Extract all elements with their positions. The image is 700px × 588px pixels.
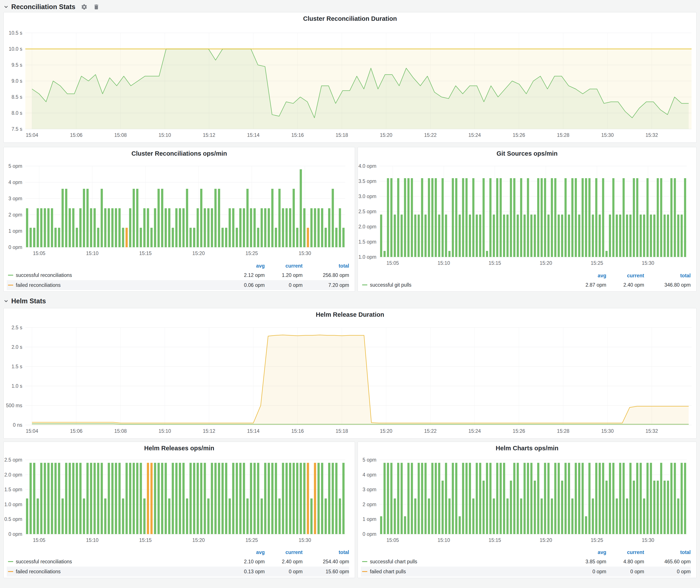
panel-title[interactable]: Helm Releases ops/min bbox=[4, 442, 355, 453]
svg-text:2.5 opm: 2.5 opm bbox=[358, 209, 376, 214]
legend-col-total[interactable]: total bbox=[644, 273, 691, 279]
legend: avg current total successful git pulls 2… bbox=[358, 271, 696, 291]
legend-stat-current: 0 opm bbox=[606, 569, 644, 575]
svg-text:15:18: 15:18 bbox=[336, 428, 348, 434]
svg-text:5 opm: 5 opm bbox=[8, 163, 22, 169]
svg-text:15:05: 15:05 bbox=[33, 250, 45, 256]
panel-title[interactable]: Helm Release Duration bbox=[4, 308, 696, 320]
svg-text:15:05: 15:05 bbox=[33, 537, 45, 543]
legend-col-current[interactable]: current bbox=[606, 273, 644, 279]
svg-text:15:06: 15:06 bbox=[70, 132, 82, 138]
svg-text:0 opm: 0 opm bbox=[8, 531, 22, 537]
legend-label[interactable]: successful git pulls bbox=[370, 282, 568, 288]
series-dash-icon bbox=[8, 561, 13, 562]
series-dash-icon bbox=[362, 561, 367, 562]
legend-col-avg[interactable]: avg bbox=[227, 263, 265, 269]
svg-text:15:30: 15:30 bbox=[642, 260, 654, 266]
chevron-down-icon[interactable] bbox=[3, 299, 9, 304]
svg-text:15:10: 15:10 bbox=[86, 537, 99, 543]
svg-text:15:12: 15:12 bbox=[203, 132, 215, 138]
legend-label[interactable]: successful reconciliations bbox=[16, 272, 227, 278]
svg-text:15:24: 15:24 bbox=[468, 132, 481, 138]
legend-col-avg[interactable]: avg bbox=[568, 549, 606, 555]
legend-label[interactable]: successful chart pulls bbox=[370, 559, 568, 565]
svg-text:15:28: 15:28 bbox=[557, 132, 569, 138]
panel-title[interactable]: Cluster Reconciliation Duration bbox=[4, 12, 696, 24]
legend-row-successful-reconciliations[interactable]: successful reconciliations 2.10 opm 2.40… bbox=[7, 557, 349, 567]
svg-text:15:22: 15:22 bbox=[424, 132, 437, 138]
svg-text:15:25: 15:25 bbox=[591, 537, 603, 543]
trash-icon[interactable] bbox=[93, 4, 100, 10]
gear-icon[interactable] bbox=[81, 4, 87, 10]
legend-col-current[interactable]: current bbox=[606, 549, 644, 555]
svg-text:15:30: 15:30 bbox=[601, 428, 614, 434]
helm-charts-chart[interactable]: 0 opm1 opm2 opm3 opm4 opm5 opm15:0515:10… bbox=[358, 453, 696, 548]
panel-title[interactable]: Helm Charts ops/min bbox=[358, 442, 696, 453]
legend-row-successful-chart-pulls[interactable]: successful chart pulls 3.85 opm 4.80 opm… bbox=[361, 557, 691, 567]
legend-col-total[interactable]: total bbox=[303, 263, 349, 269]
legend-row-failed-reconciliations[interactable]: failed reconciliations 0.13 opm 0 opm 15… bbox=[7, 567, 349, 577]
series-dash-icon bbox=[8, 275, 13, 276]
svg-text:15:15: 15:15 bbox=[489, 260, 501, 266]
chevron-down-icon[interactable] bbox=[3, 4, 9, 10]
svg-text:9.0 s: 9.0 s bbox=[11, 78, 22, 84]
legend-col-total[interactable]: total bbox=[644, 549, 691, 555]
svg-text:4 opm: 4 opm bbox=[363, 472, 376, 478]
legend-stat-total: 15.60 opm bbox=[303, 569, 349, 575]
svg-text:3 opm: 3 opm bbox=[363, 487, 376, 492]
legend-label[interactable]: failed reconciliations bbox=[16, 282, 227, 288]
svg-text:15:32: 15:32 bbox=[645, 132, 658, 138]
legend-row-failed-chart-pulls[interactable]: failed chart pulls 0 opm 0 opm 0 opm bbox=[361, 567, 691, 577]
legend-stat-current: 0 opm bbox=[265, 282, 303, 288]
svg-text:15:30: 15:30 bbox=[642, 537, 654, 543]
svg-text:15:30: 15:30 bbox=[299, 537, 311, 543]
legend-col-avg[interactable]: avg bbox=[227, 549, 265, 555]
svg-text:15:20: 15:20 bbox=[380, 428, 392, 434]
series-dash-icon bbox=[362, 571, 367, 572]
svg-text:0 ns: 0 ns bbox=[13, 422, 22, 428]
svg-text:15:05: 15:05 bbox=[387, 260, 399, 266]
legend-col-current[interactable]: current bbox=[265, 549, 303, 555]
git-sources-chart[interactable]: 1.0 opm1.5 opm2.0 opm2.5 opm3.0 opm3.5 o… bbox=[358, 159, 696, 271]
svg-text:0.5 opm: 0.5 opm bbox=[4, 516, 22, 522]
legend-header: avg current total bbox=[361, 271, 691, 280]
series-dash-icon bbox=[362, 284, 367, 285]
svg-text:15:08: 15:08 bbox=[114, 428, 127, 434]
section-header-helm-stats[interactable]: Helm Stats bbox=[3, 296, 697, 306]
svg-text:15:12: 15:12 bbox=[203, 428, 215, 434]
panel-title[interactable]: Cluster Reconciliations ops/min bbox=[4, 147, 355, 159]
svg-text:15:10: 15:10 bbox=[86, 250, 99, 256]
panel-title[interactable]: Git Sources ops/min bbox=[358, 147, 696, 159]
cluster-reconciliations-chart[interactable]: 0 opm1 opm2 opm3 opm4 opm5 opm15:0515:10… bbox=[4, 159, 355, 262]
legend: avg current total successful reconciliat… bbox=[4, 262, 355, 291]
legend: avg current total successful chart pulls… bbox=[358, 548, 696, 578]
svg-text:15:15: 15:15 bbox=[139, 537, 152, 543]
section-title[interactable]: Helm Stats bbox=[11, 297, 46, 305]
section-header-reconciliation-stats[interactable]: Reconciliation Stats bbox=[3, 2, 697, 12]
series-dash-icon bbox=[8, 285, 13, 286]
section-title[interactable]: Reconciliation Stats bbox=[11, 3, 75, 11]
legend-row-failed-reconciliations[interactable]: failed reconciliations 0.06 opm 0 opm 7.… bbox=[7, 280, 349, 290]
legend-label[interactable]: failed reconciliations bbox=[16, 569, 227, 575]
svg-text:15:16: 15:16 bbox=[291, 132, 304, 138]
legend-row-successful-git-pulls[interactable]: successful git pulls 2.87 opm 2.40 opm 3… bbox=[361, 280, 691, 290]
legend-col-current[interactable]: current bbox=[265, 263, 303, 269]
helm-release-duration-chart[interactable]: 0 ns500 ms1.0 s1.5 s2.0 s2.5 s15:0415:06… bbox=[4, 320, 696, 438]
series-dash-icon bbox=[8, 571, 13, 572]
legend: avg current total successful reconciliat… bbox=[4, 548, 355, 578]
legend-label[interactable]: failed chart pulls bbox=[370, 569, 568, 575]
svg-text:2.0 s: 2.0 s bbox=[11, 344, 22, 350]
legend-label[interactable]: successful reconciliations bbox=[16, 559, 227, 565]
svg-text:15:15: 15:15 bbox=[139, 250, 152, 256]
helm-releases-chart[interactable]: 0 opm0.5 opm1.0 opm1.5 opm2.0 opm2.5 opm… bbox=[4, 453, 355, 548]
legend-col-avg[interactable]: avg bbox=[568, 273, 606, 279]
legend-row-successful-reconciliations[interactable]: successful reconciliations 2.12 opm 1.20… bbox=[7, 270, 349, 280]
legend-col-total[interactable]: total bbox=[303, 549, 349, 555]
cluster-reconciliation-duration-chart[interactable]: 7.5 s8.0 s8.5 s9.0 s9.5 s10.0 s10.5 s15:… bbox=[4, 24, 696, 142]
svg-text:2.0 opm: 2.0 opm bbox=[4, 472, 22, 478]
svg-text:500 ms: 500 ms bbox=[6, 403, 22, 408]
svg-text:2.5 opm: 2.5 opm bbox=[4, 457, 22, 463]
legend-stat-current: 2.40 opm bbox=[265, 559, 303, 565]
svg-text:15:20: 15:20 bbox=[380, 132, 392, 138]
svg-text:15:16: 15:16 bbox=[291, 428, 304, 434]
